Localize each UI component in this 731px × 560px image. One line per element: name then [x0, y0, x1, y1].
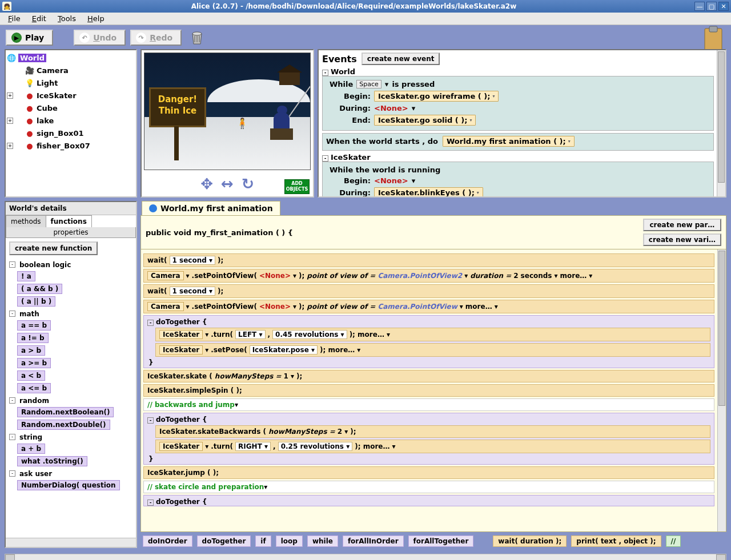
stmt-wait-2[interactable]: wait(1 second ▾);: [143, 284, 714, 298]
editor-scrollbar[interactable]: [717, 249, 726, 531]
cat-ask[interactable]: -ask user: [9, 468, 132, 479]
nav-up-down-icon[interactable]: ✥: [200, 175, 213, 192]
fn-rand-double[interactable]: Random.nextDouble(): [17, 420, 110, 430]
fn-ge[interactable]: a >= b: [17, 358, 51, 368]
stmt-setpov-1[interactable]: Camera▾ .setPointOfView( <None>▾ ); poin…: [143, 269, 714, 283]
fn-concat[interactable]: a + b: [17, 444, 45, 454]
fn-and[interactable]: ( a && b ): [17, 284, 62, 294]
pal-wait[interactable]: wait( duration );: [493, 535, 567, 547]
tree-item-lake[interactable]: + ● lake: [7, 114, 135, 127]
cat-math[interactable]: -math: [9, 308, 132, 319]
pal-comment[interactable]: //: [666, 535, 681, 547]
event-while-running[interactable]: While the world is running Begin: <None>…: [322, 162, 714, 198]
comment-circle-prep[interactable]: // skate circle and preparation▾: [143, 481, 714, 493]
pal-while[interactable]: while: [307, 535, 338, 547]
pal-print[interactable]: print( text , object );: [571, 535, 661, 547]
tab-methods[interactable]: methods: [6, 215, 46, 227]
fn-gt[interactable]: a > b: [17, 345, 45, 356]
event-world-start[interactable]: When the world starts , do World.my firs…: [322, 133, 714, 151]
clipboard-icon[interactable]: [702, 25, 724, 51]
menu-file[interactable]: File: [2, 13, 26, 24]
pal-foralltogether[interactable]: forAllTogether: [408, 535, 474, 547]
create-event-button[interactable]: create new event: [362, 53, 440, 65]
create-function-button[interactable]: create new function: [9, 241, 98, 255]
comment-back-jump[interactable]: // backwards and jump▾: [143, 398, 714, 411]
tree-item-iceskater[interactable]: + ● IceSkater: [7, 89, 135, 102]
menu-edit[interactable]: Edit: [26, 13, 52, 24]
fn-lt[interactable]: a < b: [17, 370, 45, 381]
nav-rotate-icon[interactable]: ↻: [242, 175, 254, 192]
collapse-icon[interactable]: -: [322, 70, 328, 76]
key-space-chip[interactable]: Space: [356, 80, 381, 88]
fn-rand-bool[interactable]: Random.nextBoolean(): [17, 407, 114, 417]
pal-loop[interactable]: loop: [276, 535, 303, 547]
tree-item-cube[interactable]: ● Cube: [7, 102, 135, 114]
tree-item-light[interactable]: 💡 Light: [7, 76, 135, 89]
collapse-icon[interactable]: -: [322, 155, 328, 162]
cat-string[interactable]: -string: [9, 431, 132, 442]
create-param-button[interactable]: create new par…: [643, 219, 721, 231]
expander-icon[interactable]: +: [7, 92, 13, 99]
stmt-skate[interactable]: IceSkater.skate ( howManySteps = 1▾ );: [143, 370, 714, 382]
event-group-iceskater: -IceSkater While the world is running Be…: [322, 153, 714, 198]
stmt-skate-back[interactable]: IceSkater.skateBackwards ( howManySteps …: [155, 425, 710, 438]
block-dotogether-1[interactable]: -doTogether { IceSkater▾ .turn(LEFT ▾ , …: [143, 315, 714, 368]
pal-forallinorder[interactable]: forAllInOrder: [343, 535, 404, 547]
tree-item-camera[interactable]: 🎥 Camera: [7, 64, 135, 76]
add-objects-button[interactable]: ADD OBJECTS: [284, 179, 310, 194]
event-while-key[interactable]: While Space▾ is pressed Begin: IceSkater…: [322, 76, 714, 131]
bottom-hscroll[interactable]: [5, 554, 726, 560]
stmt-turn-right[interactable]: IceSkater▾ .turn(RIGHT ▾ , 0.25 revoluti…: [155, 440, 710, 453]
pal-doinorder[interactable]: doInOrder: [143, 535, 192, 547]
cat-boolean[interactable]: -boolean logic: [9, 259, 132, 270]
method-body-scroll[interactable]: wait(1 second ▾); Camera▾ .setPointOfVie…: [140, 249, 726, 532]
stmt-wait-1[interactable]: wait(1 second ▾);: [143, 253, 714, 267]
tree-item-sign[interactable]: ● sign_Box01: [7, 127, 135, 139]
tree-item-fisher[interactable]: + ● fisher_Box07: [7, 139, 135, 152]
fn-number-dialog[interactable]: NumberDialog( question: [17, 480, 120, 490]
object-icon: ●: [25, 91, 34, 100]
pal-if[interactable]: if: [255, 535, 271, 547]
fn-ne[interactable]: a != b: [17, 333, 49, 343]
stmt-turn-left[interactable]: IceSkater▾ .turn(LEFT ▾ , 0.45 revolutio…: [155, 328, 710, 341]
expander-icon[interactable]: +: [7, 143, 13, 149]
expander-icon[interactable]: +: [7, 118, 13, 124]
fn-tostring[interactable]: what .toString(): [17, 456, 87, 466]
pal-dotogether[interactable]: doTogether: [197, 535, 251, 547]
menu-tools[interactable]: Tools: [52, 13, 82, 24]
redo-button[interactable]: ↷ Redo: [130, 30, 182, 46]
minimize-button[interactable]: —: [694, 2, 705, 11]
cat-random[interactable]: -random: [9, 394, 132, 406]
tab-functions[interactable]: functions: [46, 215, 92, 227]
events-scrollbar[interactable]: [717, 50, 725, 196]
block-dotogether-3[interactable]: -doTogether {: [143, 495, 714, 506]
undo-button[interactable]: ↶ Undo: [74, 30, 126, 46]
stmt-setpov-2[interactable]: Camera▾ .setPointOfView( <None>▾ ); poin…: [143, 300, 714, 313]
event-begin-call[interactable]: IceSkater.go wireframe ( );▾: [374, 91, 499, 102]
fn-le[interactable]: a <= b: [17, 383, 51, 393]
tab-properties[interactable]: properties: [6, 227, 136, 238]
details-hscroll[interactable]: [6, 538, 136, 547]
event-start-call[interactable]: World.my first animation ( );▾: [443, 136, 575, 147]
event-during-none[interactable]: <None>: [374, 104, 408, 112]
trash-icon[interactable]: [191, 30, 203, 45]
method-tab[interactable]: World.my first animation: [142, 201, 280, 215]
close-button[interactable]: ✕: [718, 2, 729, 11]
menu-help[interactable]: Help: [82, 13, 110, 24]
event-begin-none[interactable]: <None>: [374, 176, 408, 185]
block-dotogether-2[interactable]: -doTogether { IceSkater.skateBackwards (…: [143, 413, 714, 465]
maximize-button[interactable]: ▢: [706, 2, 717, 11]
nav-left-right-icon[interactable]: ↔: [221, 175, 234, 192]
stmt-simplespin[interactable]: IceSkater.simpleSpin ( );: [143, 384, 714, 397]
event-end-call[interactable]: IceSkater.go solid ( );▾: [374, 115, 476, 126]
create-var-button[interactable]: create new vari…: [643, 233, 721, 246]
stmt-setpose[interactable]: IceSkater▾ .setPose(IceSkater.pose ▾ ); …: [155, 343, 710, 357]
play-button[interactable]: ▶ Play: [6, 30, 53, 46]
fn-eq[interactable]: a == b: [17, 320, 51, 331]
fn-or[interactable]: ( a || b ): [17, 296, 55, 307]
fn-not[interactable]: ! a: [17, 271, 35, 281]
stmt-jump[interactable]: IceSkater.jump ( );: [143, 466, 714, 479]
scene-viewport[interactable]: 🧍 Danger! Thin Ice: [144, 53, 311, 170]
event-during-call[interactable]: IceSkater.blinkEyes ( );▾: [374, 187, 483, 198]
tree-root-world[interactable]: 🌐 World: [7, 51, 135, 64]
